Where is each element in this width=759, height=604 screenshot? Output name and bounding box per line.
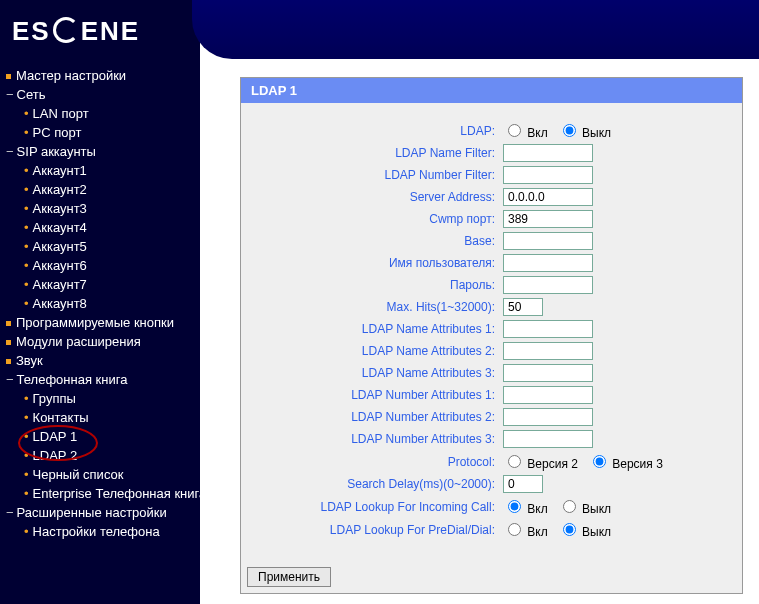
label-num-attr-2: LDAP Number Attributes 2: <box>253 410 503 424</box>
apply-button[interactable]: Применить <box>247 567 331 587</box>
radio-ldap-enable-0[interactable]: Вкл <box>503 126 548 140</box>
radio-protocol-1[interactable]: Версия 3 <box>588 457 663 471</box>
radio-input-protocol-0[interactable] <box>508 455 521 468</box>
input-num-attr-3[interactable] <box>503 430 593 448</box>
input-ldap-name-filter[interactable] <box>503 144 593 162</box>
radio-input-ldap-enable-0[interactable] <box>508 124 521 137</box>
form-row-cwmp-port: Cwmp порт: <box>253 210 730 228</box>
form-row-num-attr-3: LDAP Number Attributes 3: <box>253 430 730 448</box>
label-lookup-predial: LDAP Lookup For PreDial/Dial: <box>253 523 503 537</box>
nav-item-2[interactable]: LAN порт <box>0 104 200 123</box>
nav-item-5[interactable]: Аккаунт1 <box>0 161 200 180</box>
nav-item-11[interactable]: Аккаунт7 <box>0 275 200 294</box>
input-name-attr-1[interactable] <box>503 320 593 338</box>
nav-item-13[interactable]: Программируемые кнопки <box>0 313 200 332</box>
nav-item-8[interactable]: Аккаунт4 <box>0 218 200 237</box>
input-cwmp-port[interactable] <box>503 210 593 228</box>
nav-item-4[interactable]: SIP аккаунты <box>0 142 200 161</box>
radio-text-protocol-1: Версия 3 <box>609 457 663 471</box>
radio-input-protocol-1[interactable] <box>593 455 606 468</box>
label-max-hits: Max. Hits(1~32000): <box>253 300 503 314</box>
radio-input-ldap-enable-1[interactable] <box>563 124 576 137</box>
nav-item-24[interactable]: Настройки телефона <box>0 522 200 541</box>
field-num-attr-2 <box>503 408 593 426</box>
nav-item-19[interactable]: LDAP 1 <box>0 427 200 446</box>
nav-item-6[interactable]: Аккаунт2 <box>0 180 200 199</box>
input-max-hits[interactable] <box>503 298 543 316</box>
form-row-ldap-enable: LDAP: Вкл Выкл <box>253 121 730 140</box>
label-username: Имя пользователя: <box>253 256 503 270</box>
field-ldap-name-filter <box>503 144 593 162</box>
field-password <box>503 276 593 294</box>
nav-item-0[interactable]: Мастер настройки <box>0 66 200 85</box>
input-password[interactable] <box>503 276 593 294</box>
radio-lookup-predial-0[interactable]: Вкл <box>503 525 548 539</box>
label-password: Пароль: <box>253 278 503 292</box>
input-name-attr-2[interactable] <box>503 342 593 360</box>
input-ldap-number-filter[interactable] <box>503 166 593 184</box>
radio-text-ldap-enable-1: Выкл <box>579 126 611 140</box>
sidebar: ESENE Мастер настройкиСетьLAN портPC пор… <box>0 0 200 604</box>
label-base: Base: <box>253 234 503 248</box>
form-row-name-attr-2: LDAP Name Attributes 2: <box>253 342 730 360</box>
input-search-delay[interactable] <box>503 475 543 493</box>
logo: ESENE <box>0 0 200 62</box>
panel-body: LDAP: Вкл ВыклLDAP Name Filter:LDAP Numb… <box>241 103 742 561</box>
nav-item-12[interactable]: Аккаунт8 <box>0 294 200 313</box>
nav-item-7[interactable]: Аккаунт3 <box>0 199 200 218</box>
nav-item-15[interactable]: Звук <box>0 351 200 370</box>
form-row-lookup-incoming: LDAP Lookup For Incoming Call: Вкл Выкл <box>253 497 730 516</box>
form-row-username: Имя пользователя: <box>253 254 730 272</box>
radio-text-lookup-predial-0: Вкл <box>524 525 548 539</box>
radio-input-lookup-predial-1[interactable] <box>563 523 576 536</box>
form-row-ldap-name-filter: LDAP Name Filter: <box>253 144 730 162</box>
field-name-attr-2 <box>503 342 593 360</box>
label-ldap-name-filter: LDAP Name Filter: <box>253 146 503 160</box>
nav: Мастер настройкиСетьLAN портPC портSIP а… <box>0 62 200 551</box>
label-name-attr-3: LDAP Name Attributes 3: <box>253 366 503 380</box>
radio-lookup-incoming-1[interactable]: Выкл <box>558 502 611 516</box>
input-username[interactable] <box>503 254 593 272</box>
input-num-attr-2[interactable] <box>503 408 593 426</box>
radio-text-protocol-0: Версия 2 <box>524 457 578 471</box>
panel-header: LDAP 1 <box>241 78 742 103</box>
form-row-search-delay: Search Delay(ms)(0~2000): <box>253 475 730 493</box>
field-cwmp-port <box>503 210 593 228</box>
nav-item-1[interactable]: Сеть <box>0 85 200 104</box>
nav-item-17[interactable]: Группы <box>0 389 200 408</box>
nav-item-18[interactable]: Контакты <box>0 408 200 427</box>
field-ldap-number-filter <box>503 166 593 184</box>
field-lookup-predial: Вкл Выкл <box>503 520 621 539</box>
nav-item-22[interactable]: Enterprise Телефонная книга <box>0 484 200 503</box>
input-base[interactable] <box>503 232 593 250</box>
nav-item-10[interactable]: Аккаунт6 <box>0 256 200 275</box>
radio-input-lookup-incoming-1[interactable] <box>563 500 576 513</box>
form-row-server-address: Server Address: <box>253 188 730 206</box>
radio-lookup-incoming-0[interactable]: Вкл <box>503 502 548 516</box>
nav-item-20[interactable]: LDAP 2 <box>0 446 200 465</box>
input-server-address[interactable] <box>503 188 593 206</box>
radio-ldap-enable-1[interactable]: Выкл <box>558 126 611 140</box>
nav-item-21[interactable]: Черный список <box>0 465 200 484</box>
label-lookup-incoming: LDAP Lookup For Incoming Call: <box>253 500 503 514</box>
label-ldap-enable: LDAP: <box>253 124 503 138</box>
radio-input-lookup-incoming-0[interactable] <box>508 500 521 513</box>
label-ldap-number-filter: LDAP Number Filter: <box>253 168 503 182</box>
nav-item-9[interactable]: Аккаунт5 <box>0 237 200 256</box>
field-name-attr-3 <box>503 364 593 382</box>
input-num-attr-1[interactable] <box>503 386 593 404</box>
nav-item-16[interactable]: Телефонная книга <box>0 370 200 389</box>
nav-item-23[interactable]: Расширенные настройки <box>0 503 200 522</box>
field-name-attr-1 <box>503 320 593 338</box>
nav-item-14[interactable]: Модули расширения <box>0 332 200 351</box>
radio-input-lookup-predial-0[interactable] <box>508 523 521 536</box>
field-protocol: Версия 2 Версия 3 <box>503 452 673 471</box>
radio-lookup-predial-1[interactable]: Выкл <box>558 525 611 539</box>
input-name-attr-3[interactable] <box>503 364 593 382</box>
field-server-address <box>503 188 593 206</box>
radio-protocol-0[interactable]: Версия 2 <box>503 457 578 471</box>
label-server-address: Server Address: <box>253 190 503 204</box>
nav-item-3[interactable]: PC порт <box>0 123 200 142</box>
field-num-attr-1 <box>503 386 593 404</box>
field-search-delay <box>503 475 543 493</box>
